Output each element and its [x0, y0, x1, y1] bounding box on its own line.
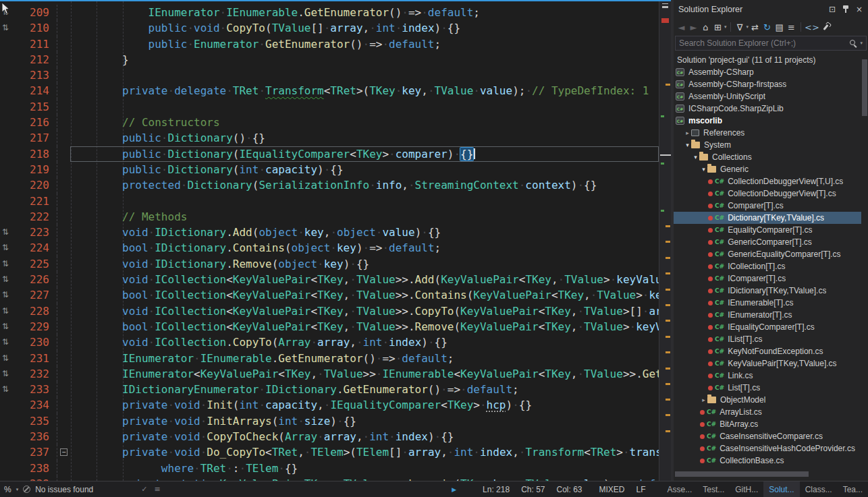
search-icon[interactable]: [850, 40, 857, 47]
reference-arrows-icon[interactable]: ⇅: [2, 259, 9, 268]
filter-button[interactable]: ∇▾: [734, 21, 749, 33]
tree-item[interactable]: C#EqualityComparer[T].cs: [674, 224, 861, 236]
code-line[interactable]: ⇅227 bool·ICollection<KeyValuePair<TKey,…: [0, 287, 659, 303]
column-indicator[interactable]: Col: 63: [556, 485, 582, 494]
char-indicator[interactable]: Ch: 57: [521, 485, 545, 494]
code-line[interactable]: ⇅229 bool·ICollection<KeyValuePair<TKey,…: [0, 319, 659, 334]
check-icon[interactable]: ✓: [141, 485, 147, 494]
reference-arrows-icon[interactable]: ⇅: [2, 23, 9, 32]
caret-browse-icon[interactable]: ▶: [452, 486, 456, 493]
tree-item[interactable]: C#ICSharpCode.SharpZipLib: [674, 103, 861, 115]
dropdown-caret-icon[interactable]: ▾: [724, 24, 727, 30]
code-line[interactable]: ⇅224 bool·IDictionary.Contains(object·ke…: [0, 240, 659, 256]
tree-item[interactable]: C#GenericComparer[T].cs: [674, 236, 861, 248]
view-code-icon[interactable]: <>: [805, 21, 819, 33]
tree-item[interactable]: C#CollectionBase.cs: [674, 455, 861, 467]
reference-arrows-icon[interactable]: ⇅: [2, 353, 9, 363]
search-input[interactable]: Search Solution Explorer (Ctrl+;) ▾: [675, 36, 867, 51]
code-line[interactable]: 234 private·void·Init(int·capacity,·IEqu…: [0, 397, 659, 413]
dropdown-caret-icon[interactable]: ▾: [747, 24, 749, 30]
tree-item[interactable]: C#CollectionDebuggerView[T,U].cs: [674, 175, 861, 187]
tool-window-tab[interactable]: Asse...: [662, 481, 698, 497]
code-line[interactable]: ⇅231 IEnumerator·IEnumerable.GetEnumerat…: [0, 351, 659, 366]
tree-item[interactable]: C#IDictionary[TKey,TValue].cs: [674, 285, 861, 297]
sync-with-active-document-button[interactable]: ⇄: [749, 21, 761, 33]
reference-arrows-icon[interactable]: ⇅: [2, 306, 9, 316]
properties-icon[interactable]: [820, 21, 832, 33]
collapse-all-button[interactable]: ≡: [786, 21, 797, 33]
home-button[interactable]: ⌂: [700, 21, 711, 33]
code-line[interactable]: 212 }: [0, 52, 659, 67]
switch-views-button[interactable]: ⊞▾: [712, 21, 727, 33]
line-indicator[interactable]: Ln: 218: [483, 485, 510, 494]
code-line[interactable]: 218 public·Dictionary(IEqualityComparer<…: [0, 146, 659, 162]
refresh-button[interactable]: ↻: [761, 21, 773, 33]
code-line[interactable]: ⇅225 void·IDictionary.Remove(object·key)…: [0, 256, 659, 272]
code-line[interactable]: 220 protected·Dictionary(SerializationIn…: [0, 177, 659, 193]
tool-window-tab[interactable]: Solut...: [763, 481, 799, 497]
tree-item[interactable]: ▸ObjectModel: [674, 394, 861, 406]
switch-views-icon[interactable]: ⊞: [712, 21, 724, 33]
forward-icon[interactable]: ►: [688, 21, 699, 33]
code-line[interactable]: 235 private·void·InitArrays(int·size)·{}: [0, 413, 659, 429]
tree-item[interactable]: ▾Collections: [674, 151, 861, 163]
tree-item[interactable]: C#IEnumerator[T].cs: [674, 309, 861, 321]
reference-arrows-icon[interactable]: ⇅: [2, 290, 9, 299]
tool-window-tab[interactable]: Class...: [800, 481, 838, 497]
reference-arrows-icon[interactable]: ⇅: [2, 322, 9, 331]
sync-with-active-document-icon[interactable]: ⇄: [749, 21, 761, 33]
tree-item[interactable]: C#GenericEqualityComparer[T].cs: [674, 248, 861, 260]
filter-icon[interactable]: ∇: [734, 21, 746, 33]
code-editor[interactable]: ⇅209 IEnumerator·IEnumerable.GetEnumerat…: [0, 0, 671, 481]
indentation-mode-indicator[interactable]: MIXED: [599, 485, 625, 494]
code-line[interactable]: 219 public·Dictionary(int·capacity)·{}: [0, 162, 659, 177]
close-icon[interactable]: ×: [853, 3, 865, 16]
panel-horizontal-scrollbar[interactable]: [675, 471, 853, 477]
properties-button[interactable]: [820, 21, 832, 33]
code-line[interactable]: ⇅232 IEnumerator<KeyValuePair<TKey,·TVal…: [0, 366, 659, 382]
chevron-expanded-icon[interactable]: ▾: [692, 154, 699, 160]
tree-item[interactable]: C#List[T].cs: [674, 382, 861, 394]
tree-item[interactable]: C#IComparer[T].cs: [674, 272, 861, 285]
code-line[interactable]: ⇅233 IDictionaryEnumerator·IDictionary.G…: [0, 382, 659, 397]
back-icon[interactable]: ◄: [676, 21, 687, 33]
tree-item[interactable]: Solution 'project-gui' (11 of 11 project…: [674, 54, 861, 66]
chevron-expanded-icon[interactable]: ▾: [684, 142, 691, 148]
code-line[interactable]: 215: [0, 99, 659, 115]
editor-scrollbar[interactable]: [659, 0, 671, 481]
reference-arrows-icon[interactable]: ⇅: [2, 243, 9, 252]
tree-item[interactable]: C#Dictionary[TKey,TValue].cs: [674, 212, 861, 224]
tool-window-tab[interactable]: Test...: [697, 481, 730, 497]
code-line[interactable]: 222 // Methods: [0, 209, 659, 225]
tool-window-tab[interactable]: GitH...: [730, 481, 763, 497]
back-button[interactable]: ◄: [676, 21, 687, 33]
zoom-control[interactable]: %: [4, 485, 11, 494]
tree-item[interactable]: C#CaseInsensitiveComparer.cs: [674, 430, 861, 442]
chevron-collapsed-icon[interactable]: ▸: [700, 397, 707, 403]
line-ending-indicator[interactable]: LF: [636, 485, 646, 494]
reference-arrows-icon[interactable]: ⇅: [2, 274, 9, 284]
reference-arrows-icon[interactable]: ⇅: [2, 369, 9, 378]
code-line[interactable]: 236 private·void·CopyToCheck(Array·array…: [0, 429, 659, 444]
tree-item[interactable]: C#ICollection[T].cs: [674, 260, 861, 272]
chevron-collapsed-icon[interactable]: ▸: [684, 129, 691, 136]
tree-item[interactable]: C#IEnumerable[T].cs: [674, 297, 861, 309]
code-line[interactable]: 214 private·delegate·TRet·Transform<TRet…: [0, 83, 659, 98]
tree-item[interactable]: C#Assembly-CSharp-firstpass: [674, 78, 861, 90]
tree-item[interactable]: ▾Generic: [674, 163, 861, 175]
show-all-files-button[interactable]: ▤: [774, 21, 785, 33]
code-line[interactable]: ⇅210 public·void·CopyTo(TValue[]·array,·…: [0, 20, 659, 36]
code-line[interactable]: 237− private·void·Do_CopyTo<TRet,·TElem>…: [0, 444, 659, 460]
home-icon[interactable]: ⌂: [700, 21, 711, 33]
tree-item[interactable]: C#mscorlib: [674, 115, 861, 127]
tree-item[interactable]: C#BitArray.cs: [674, 418, 861, 430]
issues-message[interactable]: No issues found: [35, 485, 93, 494]
tree-item[interactable]: C#Comparer[T].cs: [674, 200, 861, 212]
tree-item[interactable]: ▸References: [674, 127, 861, 139]
fold-collapse-icon[interactable]: −: [60, 448, 67, 456]
code-line[interactable]: 213: [0, 67, 659, 83]
window-frame-icon[interactable]: ⊡: [826, 3, 838, 16]
tree-item[interactable]: C#Assembly-UnityScript: [674, 90, 861, 103]
search-options-caret-icon[interactable]: ▾: [860, 40, 863, 46]
code-line[interactable]: 221: [0, 194, 659, 209]
